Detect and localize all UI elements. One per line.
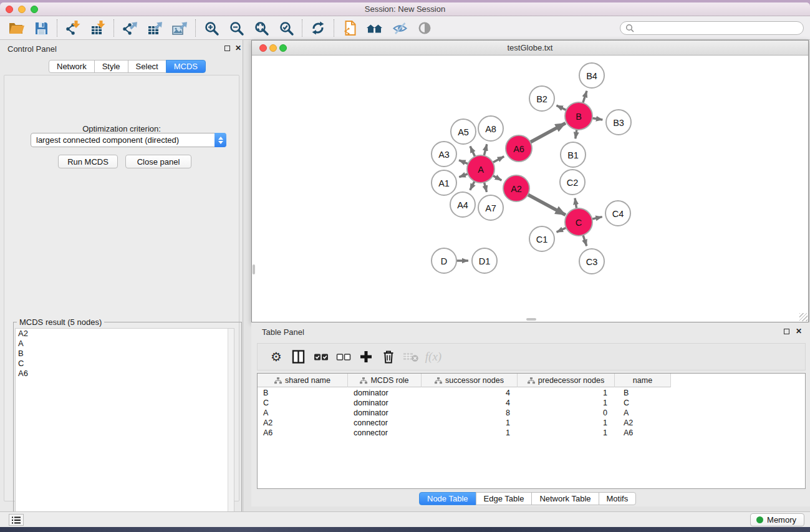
result-item[interactable]: C — [16, 359, 234, 369]
tab-motifs[interactable]: Motifs — [599, 492, 637, 505]
column-header-successor-nodes[interactable]: successor nodes — [422, 374, 518, 387]
show-all-views-icon[interactable] — [362, 18, 387, 38]
zoom-out-icon[interactable] — [224, 18, 249, 38]
show-hidden-icon[interactable] — [412, 18, 437, 38]
criterion-dropdown[interactable]: largest connected component (directed) — [31, 133, 226, 147]
column-header-predecessor-nodes[interactable]: predecessor nodes — [518, 374, 615, 387]
apply-layout-icon[interactable] — [306, 18, 330, 38]
close-icon[interactable]: ✕ — [796, 327, 802, 336]
float-icon[interactable] — [784, 329, 789, 334]
table-row[interactable]: A6connector11A6 — [258, 428, 805, 438]
add-column-icon[interactable] — [355, 347, 377, 367]
run-mcds-button[interactable]: Run MCDS — [58, 155, 118, 168]
tab-mcds[interactable]: MCDS — [166, 60, 206, 73]
table-cell[interactable]: 1 — [422, 428, 518, 438]
graph-node-label: B2 — [536, 94, 547, 104]
result-item[interactable]: A6 — [16, 369, 234, 379]
table-cell[interactable]: dominator — [348, 398, 422, 408]
table-cell[interactable]: 8 — [422, 408, 518, 418]
horizontal-scroll-indicator[interactable] — [526, 318, 536, 321]
select-all-icon[interactable] — [310, 347, 332, 367]
open-file-icon[interactable] — [4, 18, 29, 38]
graph-node-label: A8 — [485, 124, 496, 134]
table-cell[interactable]: 0 — [518, 408, 615, 418]
table-cell[interactable]: 1 — [422, 418, 518, 428]
import-network-icon[interactable] — [60, 18, 85, 38]
resize-grip-icon[interactable] — [799, 313, 808, 321]
optimization-label: Optimization criterion: — [4, 124, 239, 133]
task-list-icon[interactable] — [9, 514, 24, 526]
delete-column-icon[interactable] — [377, 347, 400, 367]
import-table-icon[interactable] — [85, 18, 110, 38]
close-icon[interactable]: ✕ — [235, 44, 241, 52]
create-view-icon[interactable] — [337, 18, 362, 38]
table-cell[interactable]: A2 — [258, 418, 348, 428]
result-item[interactable]: A — [16, 339, 234, 349]
zoom-fit-icon[interactable] — [249, 18, 274, 38]
tab-select[interactable]: Select — [128, 60, 166, 73]
vertical-scroll-indicator[interactable] — [253, 264, 255, 274]
column-header-name[interactable]: name — [615, 374, 671, 387]
memory-button[interactable]: Memory — [750, 513, 804, 526]
table-cell[interactable]: connector — [348, 418, 422, 428]
save-session-icon[interactable] — [29, 18, 54, 38]
table-row[interactable]: Cdominator41C — [258, 398, 805, 408]
result-item[interactable]: A2 — [16, 329, 234, 339]
table-cell[interactable]: B — [258, 388, 348, 398]
table-settings-icon[interactable]: ⚙ — [265, 347, 287, 367]
zoom-selected-icon[interactable] — [274, 18, 299, 38]
network-canvas[interactable]: AA1A2A3A4A5A6A7A8BB1B2B3B4CC1C2C3C4DD1 — [252, 56, 808, 322]
table-row[interactable]: Adominator80A — [258, 408, 805, 418]
columns-icon[interactable] — [287, 347, 310, 367]
export-network-icon[interactable] — [117, 18, 142, 38]
result-scrollbar[interactable] — [228, 329, 234, 518]
tab-network-table[interactable]: Network Table — [531, 492, 599, 505]
table-cell[interactable]: dominator — [348, 388, 422, 398]
table-cell[interactable]: A6 — [615, 428, 671, 438]
network-view-title: testGlobe.txt — [252, 43, 808, 52]
graph-node-label: C2 — [567, 178, 579, 188]
table-cell[interactable]: C — [258, 398, 348, 408]
table-cell[interactable]: 1 — [518, 398, 615, 408]
table-row[interactable]: Bdominator41B — [258, 388, 805, 398]
export-table-icon[interactable] — [142, 18, 167, 38]
memory-status-icon — [756, 516, 763, 523]
toolbar-separator — [334, 19, 334, 37]
network-window-titlebar[interactable]: testGlobe.txt — [252, 41, 808, 56]
close-panel-button[interactable]: Close panel — [125, 155, 191, 168]
tab-node-table[interactable]: Node Table — [419, 492, 476, 505]
column-header-shared-name[interactable]: shared name — [258, 374, 348, 387]
toolbar-separator — [113, 19, 114, 37]
table-row[interactable]: A2connector11A2 — [258, 418, 805, 428]
criterion-value: largest connected component (directed) — [31, 135, 215, 145]
table-cell[interactable]: B — [615, 388, 671, 398]
column-header-MCDS-role[interactable]: MCDS role — [348, 374, 422, 387]
table-cell[interactable]: 4 — [422, 398, 518, 408]
search-input[interactable] — [637, 24, 803, 32]
tab-style[interactable]: Style — [94, 60, 128, 73]
table-cell[interactable]: 1 — [518, 388, 615, 398]
table-cell[interactable]: A2 — [615, 418, 671, 428]
table-cell[interactable]: C — [615, 398, 671, 408]
table-cell[interactable]: A — [615, 408, 671, 418]
table-cell[interactable]: 4 — [422, 388, 518, 398]
tab-network[interactable]: Network — [49, 60, 95, 73]
tab-edge-table[interactable]: Edge Table — [476, 492, 533, 505]
table-cell[interactable]: A — [258, 408, 348, 418]
zoom-in-icon[interactable] — [199, 18, 224, 38]
table-cell[interactable]: A6 — [258, 428, 348, 438]
table-cell[interactable]: 1 — [518, 418, 615, 428]
table-cell[interactable]: 1 — [518, 428, 615, 438]
float-icon[interactable] — [224, 46, 230, 51]
export-image-icon[interactable] — [167, 18, 192, 38]
result-item[interactable]: B — [16, 349, 234, 359]
toolbar-buttons — [4, 16, 437, 40]
mcds-result-list[interactable]: A2ABCA6 — [15, 328, 234, 518]
hide-selected-icon[interactable] — [387, 18, 412, 38]
function-builder-icon: f(x) — [422, 347, 445, 367]
unselect-all-icon[interactable] — [332, 347, 355, 367]
table-header-row: shared nameMCDS rolesuccessor nodesprede… — [258, 374, 671, 387]
table-cell[interactable]: connector — [348, 428, 422, 438]
table-cell[interactable]: dominator — [348, 408, 422, 418]
search-field[interactable] — [620, 21, 804, 35]
